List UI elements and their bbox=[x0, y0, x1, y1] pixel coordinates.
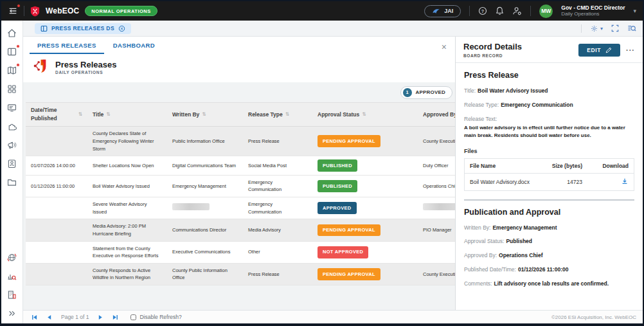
publication-fields: Written By:Emergency ManagementApproval … bbox=[464, 224, 634, 288]
download-cell bbox=[591, 177, 629, 186]
collapse-menu-icon[interactable] bbox=[8, 6, 18, 16]
jai-button[interactable]: JAI bbox=[424, 5, 461, 17]
redacted-value bbox=[172, 203, 210, 210]
files-table-header: File Name Size (bytes) Download bbox=[465, 159, 634, 174]
user-settings-icon[interactable] bbox=[512, 6, 522, 15]
first-page-button[interactable] bbox=[31, 314, 37, 320]
column-header-title[interactable]: Title⇅ bbox=[87, 103, 167, 126]
table-cell: Digital Communications Team bbox=[167, 159, 243, 173]
sidebar-organization-icon[interactable] bbox=[6, 289, 17, 300]
table-cell: Social Media Post bbox=[243, 159, 312, 173]
copyright-text: ©2026 ESi Acquisition, Inc. WebEOC bbox=[551, 314, 636, 320]
help-icon[interactable]: ? bbox=[478, 6, 487, 15]
board-icon bbox=[40, 25, 48, 32]
field-label: Published Date/Time: bbox=[464, 266, 516, 273]
edit-label: EDIT bbox=[587, 47, 601, 53]
table-cell: Press Release bbox=[243, 267, 312, 282]
tab-dashboard[interactable]: DASHBOARD bbox=[105, 42, 163, 54]
approved-filter-chip[interactable]: 1 APPROVED bbox=[400, 86, 453, 99]
fullscreen-icon[interactable] bbox=[611, 24, 619, 32]
sidebar-plugins-icon[interactable] bbox=[6, 121, 17, 132]
sort-icon: ⇅ bbox=[202, 111, 206, 118]
status-badge: APPROVED bbox=[318, 202, 357, 214]
sort-icon: ⇅ bbox=[285, 111, 289, 118]
section-divider bbox=[464, 199, 634, 201]
column-label: Approval Status bbox=[318, 111, 359, 119]
record-details-panel: Record Details BOARD RECORD EDIT ··· Pre… bbox=[455, 37, 643, 310]
press-releases-table: Date/Time Published⇅ Title⇅ Written By⇅ … bbox=[26, 102, 455, 285]
column-header-release-type[interactable]: Release Type⇅ bbox=[243, 103, 312, 126]
edit-button[interactable]: EDIT bbox=[578, 44, 620, 57]
divider bbox=[469, 6, 470, 16]
record-search-icon[interactable] bbox=[627, 24, 636, 32]
sidebar-files-icon[interactable] bbox=[6, 177, 17, 188]
field-value: Published bbox=[506, 238, 532, 244]
column-header-written-by[interactable]: Written By⇅ bbox=[167, 103, 243, 126]
more-menu-icon[interactable]: ··· bbox=[626, 46, 635, 54]
column-header-date[interactable]: Date/Time Published⇅ bbox=[26, 103, 87, 126]
disable-refresh-control: Disable Refresh? bbox=[130, 314, 181, 320]
table-cell: 01/07/2026 14:00:00 bbox=[26, 159, 87, 173]
column-label: Release Type bbox=[248, 111, 283, 119]
press-table-body: County Declares State of Emergency Follo… bbox=[26, 127, 455, 285]
panel-subtitle: BOARD RECORD bbox=[463, 53, 522, 59]
table-cell: Executive Communications bbox=[167, 245, 243, 259]
status-badge: NOT APPROVED bbox=[318, 246, 368, 258]
approved-label: APPROVED bbox=[416, 89, 446, 95]
table-row[interactable]: 01/12/2026 11:00:00Boil Water Advisory I… bbox=[26, 176, 455, 197]
table-row[interactable]: County Responds to Active Wildfire in No… bbox=[26, 264, 455, 285]
tab-press-releases[interactable]: PRESS RELEASES bbox=[30, 42, 104, 54]
caret-down-icon[interactable]: ▾ bbox=[633, 8, 636, 14]
sidebar-boards-icon[interactable] bbox=[6, 46, 17, 57]
column-label: Approved By bbox=[423, 111, 455, 119]
table-row[interactable]: County Declares State of Emergency Follo… bbox=[26, 127, 455, 156]
table-row[interactable]: Media Advisory: 2:00 PM Hurricane Briefi… bbox=[26, 219, 455, 241]
disable-refresh-checkbox[interactable] bbox=[130, 314, 136, 320]
table-cell: 01/12/2026 11:00:00 bbox=[26, 179, 87, 194]
user-menu[interactable]: Gov - CMD EOC Director Daily Operations bbox=[561, 5, 625, 18]
workspace-tab-press-releases-ds[interactable]: PRESS RELEASES DS bbox=[35, 23, 131, 34]
table-cell bbox=[26, 138, 87, 145]
table-cell: County Executive bbox=[418, 267, 455, 282]
last-page-button[interactable] bbox=[112, 314, 118, 320]
column-header-approved-by[interactable]: Approved By⇅ bbox=[418, 103, 455, 126]
next-page-button[interactable] bbox=[98, 314, 103, 320]
app-title: WebEOC bbox=[46, 6, 79, 15]
sidebar-displays-icon[interactable] bbox=[6, 102, 17, 113]
divider bbox=[581, 24, 582, 33]
board-settings-gear-icon[interactable]: ▾ bbox=[590, 24, 603, 33]
redacted-value bbox=[423, 203, 455, 210]
table-cell: Media Advisory: 2:00 PM Hurricane Briefi… bbox=[87, 219, 167, 240]
files-table-body: Boil Water Advisory.docx14723 bbox=[465, 174, 634, 190]
files-table: File Name Size (bytes) Download Boil Wat… bbox=[464, 158, 634, 191]
field-value: Lift advisory once lab results are confi… bbox=[494, 280, 609, 287]
record-details-header: Record Details BOARD RECORD EDIT ··· bbox=[456, 37, 643, 63]
detail-field: Approved By:Operations Chief bbox=[464, 251, 634, 259]
close-icon[interactable]: × bbox=[442, 42, 447, 51]
close-circle-icon[interactable] bbox=[118, 25, 125, 32]
sidebar-expand-icon[interactable] bbox=[6, 308, 17, 319]
caret-down-icon: ▾ bbox=[600, 26, 603, 32]
notifications-bell-icon[interactable] bbox=[496, 6, 504, 15]
notification-dot bbox=[16, 63, 20, 67]
table-header: Date/Time Published⇅ Title⇅ Written By⇅ … bbox=[26, 102, 455, 127]
download-icon[interactable] bbox=[621, 177, 629, 186]
table-row[interactable]: 01/07/2026 14:00:00Shelter Locations Now… bbox=[26, 156, 455, 176]
sidebar-apps-icon[interactable] bbox=[6, 84, 17, 95]
detail-field: Comments:Lift advisory once lab results … bbox=[464, 280, 634, 287]
detail-field: Approval Status:Published bbox=[464, 237, 634, 245]
sidebar-home-icon[interactable] bbox=[6, 28, 17, 39]
press-releases-board: × PRESS RELEASES DASHBOARD Press Release… bbox=[23, 37, 455, 310]
previous-page-button[interactable] bbox=[46, 314, 52, 320]
table-row[interactable]: Severe Weather Advisory IssuedEmergency … bbox=[26, 197, 455, 219]
sidebar-contacts-icon[interactable] bbox=[6, 158, 17, 169]
sidebar-analytics-icon[interactable] bbox=[6, 271, 17, 282]
user-avatar[interactable]: MW bbox=[539, 5, 553, 18]
column-header-approval-status[interactable]: Approval Status⇅ bbox=[312, 103, 418, 126]
sidebar-globe-icon[interactable] bbox=[6, 252, 17, 263]
sidebar-broadcast-icon[interactable] bbox=[6, 140, 17, 150]
board-content: 1 APPROVED Date/Time Published⇅ Title⇅ W… bbox=[23, 82, 455, 310]
sidebar-maps-icon[interactable] bbox=[6, 65, 17, 76]
table-row[interactable]: Statement from the County Executive on R… bbox=[26, 242, 455, 264]
table-cell bbox=[26, 271, 87, 277]
